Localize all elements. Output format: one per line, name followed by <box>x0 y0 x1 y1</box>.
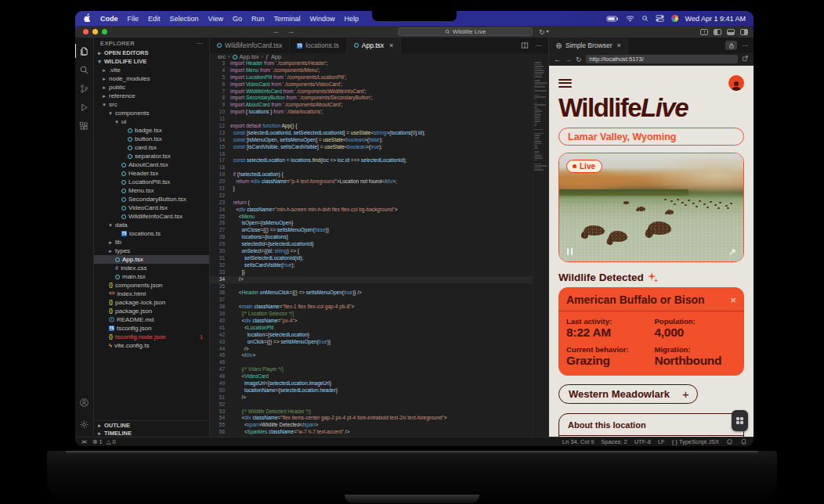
code-line[interactable]: 56 <Sparkles className="w-7 h-7 text-acc… <box>210 429 533 436</box>
tree-item-index.css[interactable]: #index.css <box>94 264 209 272</box>
remote-indicator-icon[interactable]: >< <box>81 439 86 445</box>
code-line[interactable]: 15 const [isCardVisible, setIsCardVisibl… <box>210 144 533 151</box>
code-line[interactable]: 36 <Header onMenuClick={() => setIsMenuO… <box>210 290 533 297</box>
floating-panel-button[interactable] <box>732 410 748 431</box>
history-forward-button[interactable]: → <box>287 28 295 35</box>
tree-item-tsconfig.node.json[interactable]: {}tsconfig.node.json1 <box>94 333 209 341</box>
extensions-icon[interactable] <box>75 117 94 135</box>
tree-item-videocard.tsx[interactable]: VideoCard.tsx <box>94 203 209 212</box>
tree-item-wildlifeinfocard.tsx[interactable]: WildlifeInfoCard.tsx <box>94 212 209 221</box>
explorer-more-icon[interactable]: ⋯ <box>197 40 203 47</box>
code-line[interactable]: 38 <main className="flex-1 flex flex-col… <box>210 304 533 311</box>
menubar-item[interactable]: Terminal <box>273 15 300 23</box>
code-line[interactable]: 55 <span>Wildlife Detected</span> <box>210 422 533 429</box>
project-root-section[interactable]: ▾ WILDLIFE LIVE <box>94 57 209 66</box>
code-line[interactable]: 16 <box>210 151 533 158</box>
menubar-item[interactable]: File <box>128 15 139 23</box>
menubar-app-name[interactable]: Code <box>100 15 118 23</box>
code-line[interactable]: 8import SecondaryButton from './componen… <box>210 95 533 102</box>
code-line[interactable]: 44 /> <box>210 346 533 353</box>
problems-indicator[interactable]: ⊗1 △0 <box>92 438 115 445</box>
live-video-card[interactable]: Live ↗ <box>558 153 744 262</box>
tree-item-header.tsx[interactable]: Header.tsx <box>94 169 209 178</box>
menubar-item[interactable]: Selection <box>170 15 199 23</box>
code-line[interactable]: 49 imageUrl={selectedLocation.imageUrl} <box>210 380 533 387</box>
tree-item-badge.tsx[interactable]: badge.tsx <box>94 126 209 135</box>
wifi-icon[interactable] <box>626 15 634 22</box>
lock-icon[interactable] <box>725 41 737 50</box>
tree-item-ui[interactable]: ▾ui <box>94 117 209 126</box>
code-line[interactable]: 39 {/* Location Selector */} <box>210 311 533 318</box>
code-line[interactable]: 33 }} <box>210 269 533 276</box>
code-line[interactable]: 5import LocationPill from './components/… <box>210 74 533 81</box>
tree-item-package.json[interactable]: {}package.json <box>94 307 209 315</box>
code-line[interactable]: 20 return <div className="p-4 text-foreg… <box>210 178 533 185</box>
tree-item-tsconfig.json[interactable]: TStsconfig.json <box>94 324 209 333</box>
status-item[interactable]: UTF-8 <box>634 438 651 445</box>
menubar-item[interactable]: Edit <box>148 15 161 23</box>
tree-item-button.tsx[interactable]: button.tsx <box>94 135 209 143</box>
code-line[interactable]: 54 <div className="flex items-center gap… <box>210 415 533 422</box>
notifications-bell-icon[interactable] <box>740 438 747 445</box>
editor-tab-locations.ts[interactable]: TSlocations.ts <box>290 38 347 53</box>
editor-tab-app.tsx[interactable]: App.tsx× <box>347 38 402 53</box>
breadcrumb-item[interactable]: App.tsx <box>240 53 259 60</box>
code-line[interactable]: 41 <LocationPill <box>210 325 533 332</box>
code-line[interactable]: 35 <box>210 283 533 290</box>
toggle-secondary-sidebar-icon[interactable] <box>740 29 748 35</box>
code-line[interactable]: 4import Menu from './components/Menu'; <box>210 67 533 74</box>
toggle-primary-sidebar-icon[interactable] <box>714 29 721 35</box>
location-pill-button[interactable]: Lamar Valley, Wyoming <box>558 128 744 146</box>
tree-item-.vite[interactable]: ▸.vite <box>94 66 209 74</box>
open-external-icon[interactable] <box>742 55 749 63</box>
tree-item-secondarybutton.tsx[interactable]: SecondaryButton.tsx <box>94 195 209 203</box>
code-line[interactable]: 40 <div className="px-4"> <box>210 318 533 325</box>
split-editor-icon[interactable] <box>521 38 529 52</box>
avatar[interactable] <box>728 75 744 91</box>
code-line[interactable]: 48 <VideoCard <box>210 373 533 380</box>
tree-item-types[interactable]: ▸types <box>94 247 209 255</box>
close-window-button[interactable] <box>83 29 89 34</box>
feedback-icon[interactable] <box>726 438 733 445</box>
code-line[interactable]: 52 <box>210 401 533 409</box>
outline-section[interactable]: ▸ OUTLINE <box>94 421 209 429</box>
close-icon[interactable]: × <box>730 295 736 305</box>
tree-item-reference[interactable]: ▸reference <box>94 92 209 100</box>
apple-menu-icon[interactable] <box>84 13 91 23</box>
code-line[interactable]: 9import AboutCard from './components/Abo… <box>210 102 533 109</box>
control-center-icon[interactable] <box>656 15 664 22</box>
code-line[interactable]: 30 onSelect={(id: string) => { <box>210 248 533 255</box>
code-editor[interactable]: 3import Header from './components/Header… <box>210 60 548 437</box>
code-line[interactable]: 53 {/* Wildlife Detected Header */} <box>210 409 533 416</box>
code-line[interactable]: 28 locations={locations} <box>210 234 533 241</box>
browser-reload-icon[interactable]: ↻ <box>576 56 582 63</box>
tree-item-vite.config.ts[interactable]: ϟvite.config.ts <box>94 341 209 350</box>
code-line[interactable]: 47 {/* Video Player */} <box>210 366 533 373</box>
code-line[interactable]: 18 <box>210 164 533 171</box>
status-item[interactable]: { } TypeScript JSX <box>672 438 719 445</box>
code-line[interactable]: 14 const [isMenuOpen, setIsMenuOpen] = u… <box>210 137 533 144</box>
expand-icon[interactable]: ↗ <box>728 247 736 257</box>
tree-item-node_modules[interactable]: ▸node_modules <box>94 74 209 83</box>
code-line[interactable]: 10import { locations } from './data/loca… <box>210 109 533 116</box>
tree-item-components.json[interactable]: {}components.json <box>94 281 209 290</box>
browser-forward-icon[interactable]: → <box>565 56 572 63</box>
code-line[interactable]: 24 <div className="min-h-screen min-h-dv… <box>210 207 533 214</box>
code-line[interactable]: 11 <box>210 116 533 123</box>
tree-item-locations.ts[interactable]: TSlocations.ts <box>94 229 209 238</box>
code-line[interactable]: 7import WildlifeInfoCard from './compone… <box>210 88 533 95</box>
breadcrumb-item[interactable]: App <box>271 53 281 60</box>
code-line[interactable]: 31 setSelectedLocationId(id); <box>210 255 533 262</box>
tree-item-app.tsx[interactable]: App.tsx <box>94 255 209 264</box>
tree-item-index.html[interactable]: <>index.html <box>94 290 209 298</box>
hamburger-menu-icon[interactable] <box>558 77 572 89</box>
code-line[interactable]: 17 const selectedLocation = locations.fi… <box>210 157 533 164</box>
tree-item-main.tsx[interactable]: main.tsx <box>94 272 209 281</box>
code-line[interactable]: 42 location={selectedLocation} <box>210 332 533 339</box>
code-line[interactable]: 3import Header from './components/Header… <box>210 60 533 67</box>
open-editors-section[interactable]: ▸ OPEN EDITORS <box>94 49 209 57</box>
status-item[interactable]: Spaces: 2 <box>601 438 627 445</box>
browser-more-icon[interactable]: ⋯ <box>742 42 748 49</box>
code-line[interactable]: 43 onClick={() => setIsMenuOpen(true)} <box>210 339 533 346</box>
minimize-window-button[interactable] <box>92 29 98 34</box>
